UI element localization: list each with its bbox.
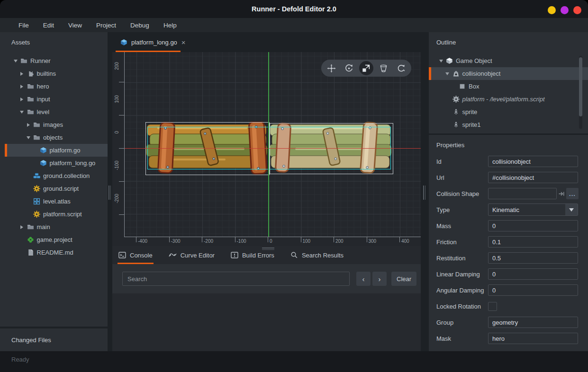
asset-level[interactable]: level bbox=[0, 106, 108, 118]
linear-damping-field[interactable]: 0 bbox=[488, 268, 578, 280]
scale-tool-icon bbox=[362, 64, 371, 73]
expander-open-icon[interactable] bbox=[444, 72, 451, 75]
changed-files-panel[interactable]: Changed Files bbox=[0, 328, 108, 351]
folder-icon bbox=[33, 121, 40, 128]
menu-help[interactable]: Help bbox=[156, 18, 184, 32]
scene-toolbar bbox=[321, 60, 411, 77]
right-splitter-handle[interactable] bbox=[423, 186, 426, 200]
scale-tool-button[interactable] bbox=[359, 61, 373, 75]
asset-input[interactable]: input bbox=[0, 93, 108, 106]
menu-view[interactable]: View bbox=[61, 18, 89, 32]
ruler-x-label: -400 bbox=[138, 239, 147, 244]
asset-platform-go[interactable]: platform.go bbox=[0, 144, 108, 157]
cube-white-icon bbox=[446, 57, 453, 64]
menu-debug[interactable]: Debug bbox=[123, 18, 156, 32]
camera-reload-tool-button[interactable] bbox=[394, 61, 408, 75]
editor-tab-bar: platform_long.go × bbox=[112, 32, 421, 52]
ruler-y-tick bbox=[119, 148, 124, 149]
tab-search-results[interactable]: Search Results bbox=[290, 246, 344, 264]
close-button[interactable] bbox=[573, 6, 581, 14]
asset-level-atlas[interactable]: level.atlas bbox=[0, 195, 108, 208]
outline-node-platform-level-platform-script[interactable]: platform - /level/platform.script bbox=[429, 93, 588, 106]
expander-closed-icon[interactable] bbox=[19, 85, 25, 89]
collision-shape-field[interactable] bbox=[488, 188, 557, 199]
menu-project[interactable]: Project bbox=[89, 18, 123, 32]
outline-node-box[interactable]: Box bbox=[429, 80, 588, 93]
asset-main[interactable]: main bbox=[0, 221, 108, 233]
search-input[interactable] bbox=[122, 272, 350, 286]
menu-bar: FileEditViewProjectDebugHelp bbox=[0, 18, 588, 32]
outline-node-collisionobject[interactable]: collisionobject bbox=[429, 67, 588, 80]
x-axis-line bbox=[125, 148, 421, 149]
tab-curve-editor[interactable]: Curve Editor bbox=[169, 246, 215, 264]
restitution-field[interactable]: 0.5 bbox=[488, 252, 578, 264]
console-output[interactable] bbox=[112, 293, 421, 351]
property-row-restitution: Restitution0.5 bbox=[429, 250, 588, 266]
outline-node-sprite[interactable]: sprite bbox=[429, 106, 588, 118]
tab-label: platform_long.go bbox=[131, 39, 177, 46]
collision-icon bbox=[452, 70, 460, 77]
properties-rows: IdcollisionobjectUrl#collisionobjectColl… bbox=[429, 153, 588, 346]
url-field[interactable]: #collisionobject bbox=[488, 172, 578, 183]
tab-platform-long-go[interactable]: platform_long.go × bbox=[116, 32, 190, 52]
asset-ground-script[interactable]: ground.script bbox=[0, 182, 108, 195]
menu-edit[interactable]: Edit bbox=[36, 18, 61, 32]
search-prev-button[interactable]: ‹ bbox=[356, 272, 371, 286]
asset-objects[interactable]: objects bbox=[0, 131, 108, 144]
search-next-button[interactable]: › bbox=[372, 272, 387, 286]
asset-readme-md[interactable]: README.md bbox=[0, 246, 108, 259]
tree-label: ground.script bbox=[43, 185, 79, 192]
expander-open-icon[interactable] bbox=[438, 60, 444, 62]
outline-scrollbar-thumb[interactable] bbox=[579, 57, 582, 116]
asset-game-project[interactable]: game.project bbox=[0, 233, 108, 246]
expander-closed-icon[interactable] bbox=[25, 123, 31, 127]
frustum-tool-button[interactable] bbox=[377, 61, 391, 75]
asset-images[interactable]: images bbox=[0, 118, 108, 131]
collision-shape-browse-button[interactable]: ... bbox=[566, 188, 579, 199]
property-label: Url bbox=[436, 174, 488, 181]
tab-close-icon[interactable]: × bbox=[181, 38, 186, 46]
property-row-id: Idcollisionobject bbox=[429, 153, 588, 169]
scene-viewport[interactable] bbox=[125, 52, 421, 237]
chevron-right-icon: › bbox=[379, 275, 381, 283]
ruler-x-label: -100 bbox=[237, 239, 246, 244]
expander-closed-icon[interactable] bbox=[19, 225, 25, 229]
asset-hero[interactable]: hero bbox=[0, 80, 108, 93]
friction-field[interactable]: 0.1 bbox=[488, 236, 578, 248]
curve-icon bbox=[169, 251, 177, 259]
outline-node-game-object[interactable]: Game Object bbox=[429, 54, 588, 67]
terminal-icon bbox=[118, 251, 126, 259]
tab-console[interactable]: Console bbox=[118, 246, 153, 264]
asset-builtins[interactable]: builtins bbox=[0, 67, 108, 80]
ruler-x-tick bbox=[399, 237, 400, 242]
asset-ground-collection[interactable]: ground.collection bbox=[0, 169, 108, 182]
mask-field[interactable]: hero bbox=[488, 333, 578, 344]
id-field[interactable]: collisionobject bbox=[488, 156, 578, 167]
mass-field[interactable]: 0 bbox=[488, 220, 578, 231]
asset-runner[interactable]: Runner bbox=[0, 54, 108, 67]
left-splitter-handle[interactable] bbox=[109, 186, 111, 200]
type-dropdown[interactable]: Kinematic bbox=[488, 204, 578, 216]
asset-platform-script[interactable]: platform.script bbox=[0, 208, 108, 221]
property-row-group: Groupgeometry bbox=[429, 314, 588, 330]
outline-node-sprite1[interactable]: sprite1 bbox=[429, 118, 588, 131]
angular-damping-field[interactable]: 0 bbox=[488, 284, 578, 296]
locked-rotation-checkbox[interactable] bbox=[488, 302, 497, 311]
expander-closed-icon[interactable] bbox=[19, 97, 25, 101]
expander-closed-icon[interactable] bbox=[19, 72, 25, 76]
expander-open-icon[interactable] bbox=[19, 111, 25, 114]
maximize-button[interactable] bbox=[561, 6, 569, 14]
move-tool-button[interactable] bbox=[325, 61, 339, 75]
tab-build-errors[interactable]: Build Errors bbox=[231, 246, 274, 264]
clear-button[interactable]: Clear bbox=[391, 272, 416, 286]
asset-platform-long-go[interactable]: platform_long.go bbox=[0, 157, 108, 169]
group-field[interactable]: geometry bbox=[488, 317, 578, 328]
ruler-x-tick bbox=[268, 237, 268, 242]
console-tab-label: Build Errors bbox=[242, 252, 274, 259]
ruler-y-label: -200 bbox=[114, 189, 119, 208]
rotate-tool-button[interactable] bbox=[342, 61, 356, 75]
expander-open-icon[interactable] bbox=[12, 60, 18, 62]
expander-open-icon[interactable] bbox=[25, 136, 31, 139]
minimize-button[interactable] bbox=[548, 6, 556, 14]
menu-file[interactable]: File bbox=[11, 18, 36, 32]
